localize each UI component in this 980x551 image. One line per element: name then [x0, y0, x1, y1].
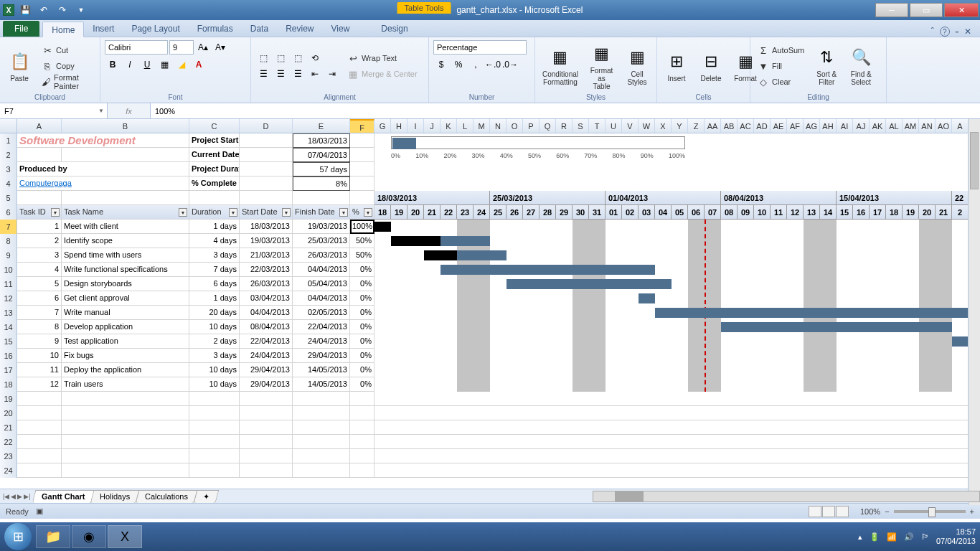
gantt-bar[interactable]: [721, 322, 952, 332]
cell[interactable]: 22/03/2013: [240, 263, 293, 277]
column-header[interactable]: AJ: [853, 119, 870, 133]
cell[interactable]: Computergaga: [17, 176, 189, 191]
taskbar-explorer-icon[interactable]: 📁: [36, 525, 70, 548]
cell[interactable]: [62, 406, 189, 420]
cell[interactable]: [240, 392, 293, 406]
column-header[interactable]: AK: [870, 119, 886, 133]
cell[interactable]: 5: [17, 277, 62, 291]
row-header[interactable]: 6: [0, 205, 17, 220]
orientation-icon[interactable]: ⟲: [307, 51, 323, 65]
cell[interactable]: [240, 463, 293, 478]
cell[interactable]: 57 days: [293, 162, 350, 176]
cell[interactable]: 10 days: [189, 320, 240, 334]
column-header[interactable]: F: [350, 119, 374, 133]
close-button[interactable]: ✕: [944, 3, 979, 17]
cell[interactable]: [17, 435, 62, 449]
cell[interactable]: Task ID▼: [17, 205, 62, 220]
cell[interactable]: 0%: [350, 363, 374, 377]
column-header[interactable]: J: [424, 119, 440, 133]
tab-nav-first-icon[interactable]: |◀: [3, 493, 9, 500]
select-all-corner[interactable]: [0, 119, 17, 133]
sheet-tab[interactable]: Holidays: [90, 490, 140, 503]
view-normal-icon[interactable]: [809, 506, 821, 517]
align-left-icon[interactable]: ☰: [255, 67, 271, 81]
worksheet[interactable]: ABCDEFGHIJKLMNOPQRSTUVWXYZAAABACADAEAFAG…: [0, 119, 980, 489]
cell[interactable]: Fix bugs: [62, 349, 189, 363]
cell[interactable]: 04/04/2013: [293, 263, 350, 277]
tab-data[interactable]: Data: [242, 21, 277, 37]
tray-clock[interactable]: 18:5707/04/2013: [936, 527, 976, 546]
cell[interactable]: 4: [17, 263, 62, 277]
cell[interactable]: 04/04/2013: [293, 291, 350, 306]
cell[interactable]: 0%: [350, 263, 374, 277]
autosum-button[interactable]: ΣAutoSum: [755, 43, 807, 57]
row-header[interactable]: 19: [0, 392, 17, 406]
row-header[interactable]: 11: [0, 277, 17, 291]
tab-nav-next-icon[interactable]: ▶: [17, 493, 22, 500]
column-header[interactable]: G: [374, 119, 391, 133]
cell[interactable]: 4 days: [189, 234, 240, 248]
column-header[interactable]: AL: [886, 119, 903, 133]
row-header[interactable]: 1: [0, 133, 17, 148]
cell[interactable]: [240, 162, 293, 176]
decrease-decimal-icon[interactable]: .0→: [502, 57, 518, 72]
cell[interactable]: Get client approval: [62, 291, 189, 306]
column-header[interactable]: R: [556, 119, 573, 133]
cell[interactable]: [189, 435, 240, 449]
filter-arrow-icon[interactable]: ▼: [51, 208, 60, 217]
clear-button[interactable]: ◇Clear: [755, 75, 807, 89]
column-header[interactable]: O: [507, 119, 523, 133]
tab-review[interactable]: Review: [277, 21, 322, 37]
tray-battery-icon[interactable]: 🔋: [870, 532, 880, 542]
column-header[interactable]: C: [189, 119, 240, 133]
cell[interactable]: 20 days: [189, 306, 240, 320]
cell[interactable]: 0%: [350, 377, 374, 392]
zoom-out-icon[interactable]: −: [885, 507, 889, 516]
cell[interactable]: [350, 176, 374, 191]
cell[interactable]: [17, 191, 62, 205]
cell[interactable]: %▼: [350, 205, 374, 220]
cell[interactable]: [293, 392, 350, 406]
cell[interactable]: Current Date: [189, 148, 240, 162]
cell[interactable]: 8%: [293, 176, 350, 191]
view-layout-icon[interactable]: [822, 506, 835, 517]
cut-button[interactable]: ✂Cut: [39, 43, 95, 57]
cell[interactable]: [293, 191, 350, 205]
number-format-select[interactable]: [433, 40, 527, 55]
row-header[interactable]: 14: [0, 320, 17, 334]
cell[interactable]: 3: [17, 248, 62, 263]
cell[interactable]: [350, 191, 374, 205]
qat-save-icon[interactable]: 💾: [17, 2, 33, 18]
table-tools-tab[interactable]: Table Tools: [397, 2, 451, 14]
wrap-text-button[interactable]: ↩Wrap Text: [344, 51, 420, 65]
cell[interactable]: Identify scope: [62, 234, 189, 248]
decrease-font-icon[interactable]: A▾: [212, 40, 228, 55]
filter-arrow-icon[interactable]: ▼: [339, 208, 348, 217]
formula-input[interactable]: [151, 103, 980, 118]
cell[interactable]: 14/05/2013: [293, 377, 350, 392]
cell[interactable]: [17, 463, 62, 478]
cell[interactable]: [350, 406, 374, 420]
cell[interactable]: 26/03/2013: [240, 277, 293, 291]
cell[interactable]: 8: [17, 320, 62, 334]
align-center-icon[interactable]: ☰: [273, 67, 288, 81]
cell[interactable]: [62, 392, 189, 406]
cell[interactable]: Finish Date▼: [293, 205, 350, 220]
horizontal-scrollbar[interactable]: [593, 491, 980, 502]
cell[interactable]: [350, 449, 374, 463]
column-header[interactable]: X: [655, 119, 672, 133]
gantt-bar[interactable]: [655, 308, 969, 318]
gantt-bar[interactable]: [507, 279, 672, 289]
cell[interactable]: [293, 435, 350, 449]
cell[interactable]: 3 days: [189, 248, 240, 263]
paste-button[interactable]: 📋Paste: [4, 40, 34, 92]
column-header[interactable]: P: [523, 119, 540, 133]
cell[interactable]: 14/05/2013: [293, 363, 350, 377]
conditional-formatting-button[interactable]: ▦Conditional Formatting: [540, 40, 581, 92]
cell[interactable]: 26/03/2013: [293, 248, 350, 263]
row-header[interactable]: 15: [0, 334, 17, 349]
cell[interactable]: [62, 449, 189, 463]
row-header[interactable]: 12: [0, 291, 17, 306]
cell[interactable]: [350, 435, 374, 449]
cell[interactable]: 19/03/2013: [240, 234, 293, 248]
